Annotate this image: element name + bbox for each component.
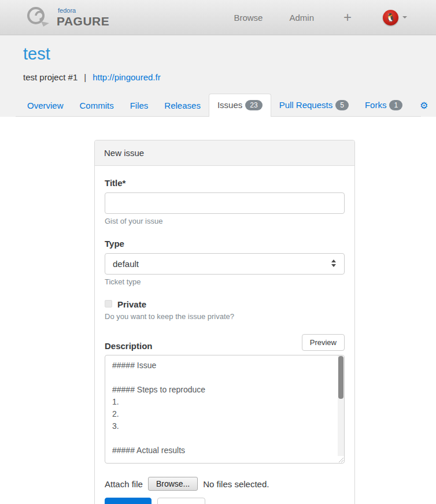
navbar-right: Browse Admin + 🐧 (220, 10, 407, 25)
pagure-logo[interactable]: fedora PAGURE (22, 5, 109, 30)
attach-file-label: Attach file (105, 479, 143, 489)
tab-issues[interactable]: Issues23 (209, 94, 271, 117)
panel-title: New issue (95, 140, 354, 166)
project-url-link[interactable]: http://pingoured.fr (93, 72, 161, 82)
private-help-text: Do you want to keep the issue private? (105, 312, 345, 321)
tab-commits[interactable]: Commits (72, 95, 122, 116)
description-group: Description Preview ##### Issue ##### St… (105, 334, 345, 464)
separator: | (84, 72, 86, 82)
description-textarea[interactable]: ##### Issue ##### Steps to reproduce 1. … (105, 355, 345, 464)
nav-admin-link[interactable]: Admin (276, 13, 327, 23)
create-button[interactable]: Create (105, 498, 152, 504)
brand-pagure-text: PAGURE (57, 15, 109, 27)
avatar: 🐧 (383, 10, 398, 25)
description-label: Description (105, 341, 153, 351)
tab-forks[interactable]: Forks1 (357, 94, 411, 116)
nav-browse-link[interactable]: Browse (220, 13, 276, 23)
browse-button[interactable]: Browse... (148, 477, 198, 491)
private-group: Private Do you want to keep the issue pr… (105, 299, 345, 321)
cancel-button[interactable]: Cancel (157, 498, 205, 504)
type-selected-value: default (113, 259, 139, 269)
title-label: Title* (105, 178, 345, 188)
type-select[interactable]: default (105, 253, 345, 275)
tab-overview[interactable]: Overview (19, 95, 72, 116)
tab-releases[interactable]: Releases (156, 95, 209, 116)
navbar: fedora PAGURE Browse Admin + 🐧 (0, 0, 436, 35)
project-meta: test project #1 | http://pingoured.fr (23, 72, 436, 82)
new-issue-panel: New issue Title* Gist of your issue Type… (94, 140, 355, 504)
title-help-text: Gist of your issue (105, 217, 345, 225)
tab-files[interactable]: Files (122, 95, 157, 116)
type-label: Type (105, 239, 345, 249)
scrollbar-thumb[interactable] (338, 356, 343, 399)
tab-bar: Overview Commits Files Releases Issues23… (16, 94, 421, 117)
title-group: Title* Gist of your issue (105, 178, 345, 225)
chevron-down-icon (402, 16, 407, 18)
select-arrows-icon (331, 259, 337, 269)
forks-count-badge: 1 (389, 100, 402, 110)
project-header: test test project #1 | http://pingoured.… (0, 35, 436, 117)
pull-requests-count-badge: 5 (335, 100, 349, 110)
main-content: New issue Title* Gist of your issue Type… (0, 117, 436, 504)
brand-fedora-text: fedora (58, 8, 109, 14)
actions-row: Create Cancel Markdown Syntax (105, 498, 345, 504)
title-input[interactable] (105, 192, 345, 214)
attach-file-row: Attach file Browse... No files selected. (105, 477, 345, 491)
settings-gear-icon[interactable]: ⚙ (411, 97, 436, 116)
textarea-scrollbar[interactable] (338, 355, 344, 456)
type-help-text: Ticket type (105, 277, 345, 286)
private-label: Private (117, 299, 146, 309)
issues-count-badge: 23 (245, 100, 262, 110)
user-menu[interactable]: 🐧 (383, 10, 407, 25)
tab-pull-requests[interactable]: Pull Requests5 (271, 94, 357, 116)
private-checkbox[interactable] (105, 300, 112, 307)
page-title: test (23, 45, 436, 64)
no-files-text: No files selected. (203, 479, 269, 489)
snail-shell-icon (22, 5, 52, 30)
type-group: Type default Ticket type (105, 239, 345, 286)
plus-icon[interactable]: + (327, 10, 368, 24)
project-description: test project #1 (23, 72, 77, 82)
preview-button[interactable]: Preview (302, 334, 345, 351)
